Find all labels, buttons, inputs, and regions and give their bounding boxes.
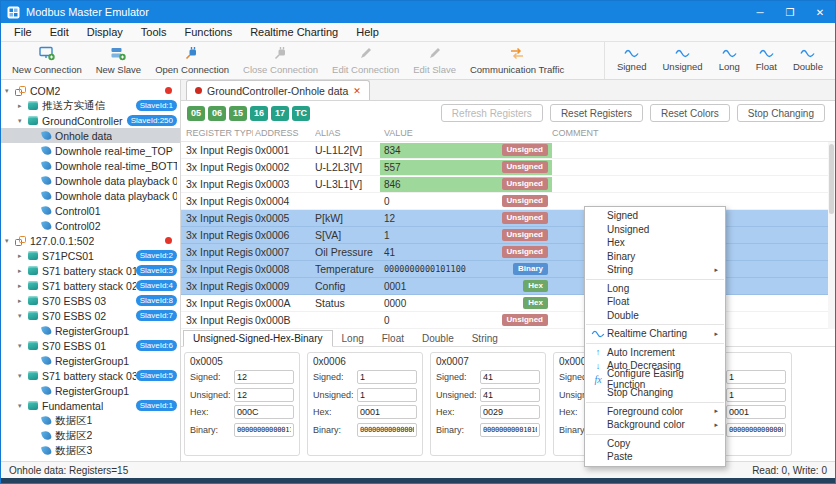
- signed-input[interactable]: [234, 370, 294, 384]
- format-long-button[interactable]: Long: [711, 42, 748, 79]
- unsigned-input[interactable]: [480, 388, 540, 402]
- expander-icon[interactable]: ▾: [18, 372, 28, 380]
- tree-item-com2[interactable]: ▾COM2: [1, 83, 180, 98]
- tab-unsigned-signed-hex-binary[interactable]: Unsigned-Signed-Hex-Binary: [183, 330, 333, 347]
- menu-realtime-charting[interactable]: Realtime Charting: [241, 23, 347, 41]
- expander-icon[interactable]: ▸: [18, 297, 28, 305]
- tab-double[interactable]: Double: [413, 331, 463, 346]
- value-cell[interactable]: 0000000000101100Binary: [380, 262, 552, 277]
- value-cell[interactable]: 12Unsigned: [380, 211, 552, 226]
- reset-colors-button[interactable]: Reset Colors: [650, 104, 730, 122]
- expander-icon[interactable]: ▸: [18, 282, 28, 290]
- binary-input[interactable]: [726, 423, 786, 437]
- menu-item-background-color[interactable]: Background color▸: [585, 418, 725, 432]
- value-cell[interactable]: 41Unsigned: [380, 245, 552, 260]
- expander-icon[interactable]: ▾: [18, 342, 28, 350]
- tree-item-dataarea2[interactable]: 数据区2: [1, 428, 180, 443]
- expander-icon[interactable]: ▾: [18, 312, 28, 320]
- document-tab[interactable]: GroundController-Onhole data ✕: [186, 80, 370, 100]
- close-button[interactable]: ✕: [805, 1, 835, 23]
- value-cell[interactable]: 0Unsigned: [380, 313, 552, 328]
- tree-item-groundcontroller[interactable]: ▾GroundControllerSlaveId:250: [1, 113, 180, 128]
- menu-item-copy[interactable]: Copy: [585, 437, 725, 451]
- menu-item-configure-easing[interactable]: fxConfigure Easing Function: [585, 373, 725, 387]
- table-row[interactable]: 3x Input Registe0x0003U-L3L1[V]846Unsign…: [181, 176, 835, 193]
- communication-traffic-button[interactable]: Communication Traffic: [463, 42, 571, 79]
- signed-input[interactable]: [726, 370, 786, 384]
- menu-tools[interactable]: Tools: [132, 23, 176, 41]
- table-row[interactable]: 3x Input Registe0x0001U-L1L2[V]834Unsign…: [181, 142, 835, 159]
- table-scrollbar[interactable]: [828, 142, 835, 329]
- menu-file[interactable]: File: [5, 23, 41, 41]
- tree-item-onhole-data[interactable]: Onhole data: [1, 128, 180, 143]
- minimize-button[interactable]: ─: [745, 1, 775, 23]
- binary-input[interactable]: [480, 423, 540, 437]
- maximize-button[interactable]: ❐: [775, 1, 805, 23]
- open-connection-button[interactable]: Open Connection: [148, 42, 236, 79]
- hex-input[interactable]: [357, 405, 417, 419]
- format-float-button[interactable]: Float: [748, 42, 785, 79]
- tree-item-fundamental[interactable]: ▾FundamentalSlaveId:1: [1, 398, 180, 413]
- tab-long[interactable]: Long: [333, 331, 373, 346]
- value-cell[interactable]: 834Unsigned: [380, 143, 552, 158]
- value-cell[interactable]: 0001Hex: [380, 279, 552, 294]
- binary-input[interactable]: [234, 423, 294, 437]
- table-row-selected[interactable]: 3x Input Registe0x0007Oil Pressure41Unsi…: [181, 244, 835, 261]
- tree-item-slave[interactable]: ▸推送方实通信SlaveId:1: [1, 98, 180, 113]
- value-cell[interactable]: 846Unsigned: [380, 177, 552, 192]
- table-row[interactable]: 3x Input Registe0x00040Unsigned: [181, 193, 835, 210]
- tree-item-playback-02[interactable]: Downhole data playback 02: [1, 188, 180, 203]
- function-chip-15[interactable]: 15: [229, 106, 247, 121]
- menu-item-realtime-charting[interactable]: Realtime Charting▸: [585, 327, 725, 341]
- expander-icon[interactable]: ▸: [18, 102, 28, 110]
- tree-item-s71pcs01[interactable]: ▸S71PCS01SlaveId:2: [1, 248, 180, 263]
- tree-item-downhole-top[interactable]: Downhole real-time_TOP: [1, 143, 180, 158]
- unsigned-input[interactable]: [234, 388, 294, 402]
- table-row-selected[interactable]: 3x Input Registe0x0006S[VA]1Unsigned: [181, 227, 835, 244]
- table-row[interactable]: 3x Input Registe0x000AStatus0000Hex: [181, 295, 835, 312]
- value-cell[interactable]: 0000Hex: [380, 296, 552, 311]
- expander-icon[interactable]: ▸: [18, 252, 28, 260]
- menu-display[interactable]: Display: [78, 23, 132, 41]
- tree-item-control02[interactable]: Control02: [1, 218, 180, 233]
- tree-item-esbs-03[interactable]: ▸S70 ESBS 03SlaveId:8: [1, 293, 180, 308]
- tree-item-battery-02[interactable]: ▸S71 battery stack 02SlaveId:4: [1, 278, 180, 293]
- new-connection-button[interactable]: New Connection: [5, 42, 89, 79]
- function-chip-06[interactable]: 06: [208, 106, 226, 121]
- signed-input[interactable]: [357, 370, 417, 384]
- value-cell[interactable]: 557Unsigned: [380, 160, 552, 175]
- scrollbar-thumb[interactable]: [829, 144, 834, 214]
- table-row[interactable]: 3x Input Registe0x000B0Unsigned: [181, 312, 835, 329]
- menu-item-foreground-color[interactable]: Foreground color▸: [585, 405, 725, 419]
- edit-connection-button[interactable]: Edit Connection: [325, 42, 406, 79]
- close-connection-button[interactable]: Close Connection: [236, 42, 325, 79]
- table-row-selected[interactable]: 3x Input Registe0x0008Temperature0000000…: [181, 261, 835, 278]
- tab-close-icon[interactable]: ✕: [353, 86, 361, 96]
- menu-item-binary[interactable]: Binary: [585, 250, 725, 264]
- tree-item-registergroup1[interactable]: RegisterGroup1: [1, 323, 180, 338]
- expander-icon[interactable]: ▾: [18, 117, 28, 125]
- unsigned-input[interactable]: [357, 388, 417, 402]
- menu-item-string[interactable]: String▸: [585, 263, 725, 277]
- hex-input[interactable]: [480, 405, 540, 419]
- new-slave-button[interactable]: New Slave: [89, 42, 148, 79]
- expander-icon[interactable]: ▾: [5, 87, 15, 95]
- menu-item-float[interactable]: Float: [585, 295, 725, 309]
- tab-string[interactable]: String: [463, 331, 507, 346]
- edit-slave-button[interactable]: Edit Slave: [406, 42, 463, 79]
- menu-help[interactable]: Help: [347, 23, 388, 41]
- table-row[interactable]: 3x Input Registe0x0002U-L2L3[V]557Unsign…: [181, 159, 835, 176]
- tree-item-tcp-connection[interactable]: ▾127.0.0.1:502: [1, 233, 180, 248]
- format-signed-button[interactable]: Signed: [609, 42, 655, 79]
- menu-item-auto-increment[interactable]: ↑Auto Increment: [585, 346, 725, 360]
- format-unsigned-button[interactable]: Unsigned: [654, 42, 710, 79]
- tree-item-esbs-01[interactable]: ▾S70 ESBS 01SlaveId:6: [1, 338, 180, 353]
- reset-registers-button[interactable]: Reset Registers: [550, 104, 643, 122]
- signed-input[interactable]: [480, 370, 540, 384]
- format-double-button[interactable]: Double: [785, 42, 831, 79]
- value-cell[interactable]: 1Unsigned: [380, 228, 552, 243]
- tree-item-dataarea1[interactable]: 数据区1: [1, 413, 180, 428]
- tree-item-dataarea3[interactable]: 数据区3: [1, 443, 180, 458]
- table-row-selected[interactable]: 3x Input Registe0x0009Config0001Hex: [181, 278, 835, 295]
- tree-item-playback-01[interactable]: Downhole data playback 01: [1, 173, 180, 188]
